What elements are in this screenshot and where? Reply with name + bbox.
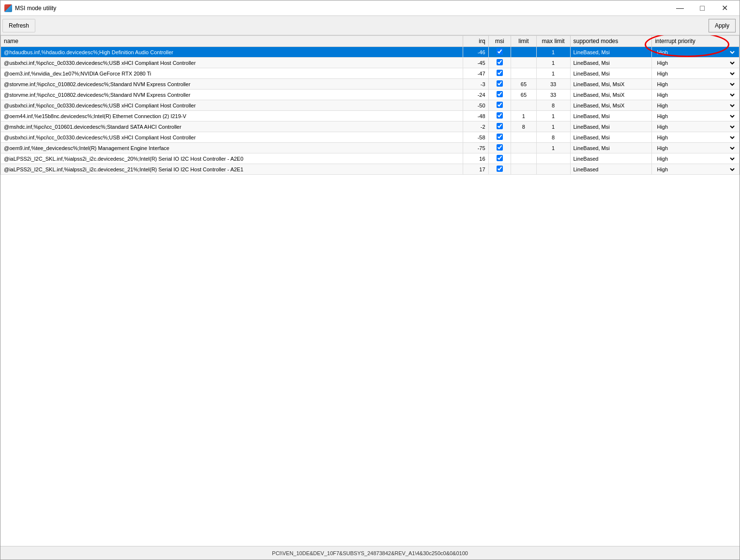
table-row[interactable]: @usbxhci.inf,%pci\cc_0c0330.devicedesc%;… [1, 100, 740, 111]
msi-checkbox[interactable] [497, 91, 503, 97]
msi-checkbox[interactable] [497, 134, 503, 140]
priority-select[interactable]: NormalHighUndefined [655, 91, 736, 98]
cell-msi[interactable] [488, 79, 511, 90]
cell-limit [511, 164, 536, 175]
cell-irq: -24 [463, 90, 488, 100]
table-row[interactable]: @storvme.inf,%pci\cc_010802.devicedesc%;… [1, 90, 740, 100]
minimize-button[interactable]: — [669, 0, 691, 16]
cell-limit [511, 132, 536, 143]
cell-interrupt-priority[interactable]: NormalHighUndefined [652, 100, 740, 111]
msi-checkbox[interactable] [497, 112, 503, 119]
table-row[interactable]: @hdaudbus.inf,%hdaudio.devicedesc%;High … [1, 47, 740, 58]
msi-checkbox[interactable] [497, 102, 503, 108]
table-row[interactable]: @storvme.inf,%pci\cc_010802.devicedesc%;… [1, 79, 740, 90]
priority-select[interactable]: NormalHighUndefined [655, 123, 736, 130]
priority-select[interactable]: NormalHighUndefined [655, 134, 736, 141]
msi-checkbox[interactable] [497, 48, 503, 55]
priority-select[interactable]: NormalHighUndefined [655, 155, 736, 162]
cell-msi[interactable] [488, 68, 511, 79]
msi-checkbox[interactable] [497, 123, 503, 129]
cell-msi[interactable] [488, 111, 511, 121]
close-button[interactable]: ✕ [713, 0, 736, 16]
cell-msi[interactable] [488, 132, 511, 143]
cell-supported-modes: LineBased, Msi [570, 132, 652, 143]
cell-limit [511, 100, 536, 111]
priority-select[interactable]: NormalHighUndefined [655, 166, 736, 173]
cell-name: @storvme.inf,%pci\cc_010802.devicedesc%;… [1, 90, 463, 100]
msi-checkbox[interactable] [497, 59, 503, 65]
maximize-button[interactable]: □ [691, 0, 713, 16]
cell-interrupt-priority[interactable]: NormalHighUndefined [652, 153, 740, 164]
col-header-interrupt-priority[interactable]: interrupt priority [652, 36, 740, 47]
cell-name: @hdaudbus.inf,%hdaudio.devicedesc%;High … [1, 47, 463, 58]
cell-interrupt-priority[interactable]: NormalHighUndefined [652, 132, 740, 143]
col-header-msi[interactable]: msi [488, 36, 511, 47]
table-row[interactable]: @iaLPSS2i_I2C_SKL.inf,%ialpss2i_i2c.devi… [1, 153, 740, 164]
msi-checkbox[interactable] [497, 144, 503, 151]
col-header-name[interactable]: name [1, 36, 463, 47]
col-header-max-limit[interactable]: max limit [536, 36, 570, 47]
cell-msi[interactable] [488, 100, 511, 111]
priority-select[interactable]: NormalHighUndefined [655, 145, 736, 151]
cell-msi[interactable] [488, 143, 511, 153]
col-header-limit[interactable]: limit [511, 36, 536, 47]
table-row[interactable]: @oem9.inf,%tee_devicedesc%;Intel(R) Mana… [1, 143, 740, 153]
cell-irq: -50 [463, 100, 488, 111]
cell-limit [511, 143, 536, 153]
priority-select[interactable]: NormalHighUndefined [655, 81, 736, 88]
cell-interrupt-priority[interactable]: NormalHighUndefined [652, 111, 740, 121]
msi-checkbox[interactable] [497, 80, 503, 87]
apply-button[interactable]: Apply [709, 19, 736, 32]
cell-msi[interactable] [488, 90, 511, 100]
cell-supported-modes: LineBased, Msi, MsiX [570, 90, 652, 100]
cell-interrupt-priority[interactable]: NormalHighUndefined [652, 90, 740, 100]
table-row[interactable]: @mshdc.inf,%pci\cc_010601.devicedesc%;St… [1, 121, 740, 132]
priority-select[interactable]: NormalHighUndefined [655, 60, 736, 66]
cell-max-limit: 8 [536, 132, 570, 143]
col-header-irq[interactable]: irq [463, 36, 488, 47]
cell-msi[interactable] [488, 121, 511, 132]
refresh-button[interactable]: Refresh [2, 19, 35, 32]
cell-interrupt-priority[interactable]: NormalHighUndefined [652, 58, 740, 68]
cell-msi[interactable] [488, 164, 511, 175]
cell-interrupt-priority[interactable]: NormalHighUndefined [652, 164, 740, 175]
cell-name: @oem3.inf,%nvidia_dev.1e07%;NVIDIA GeFor… [1, 68, 463, 79]
cell-irq: -46 [463, 47, 488, 58]
toolbar: Refresh Apply [0, 16, 740, 35]
msi-checkbox[interactable] [497, 155, 503, 161]
cell-name: @oem44.inf,%e15b8nc.devicedesc%;Intel(R)… [1, 111, 463, 121]
priority-select[interactable]: NormalHighUndefined [655, 70, 736, 77]
cell-limit: 1 [511, 111, 536, 121]
table-row[interactable]: @oem3.inf,%nvidia_dev.1e07%;NVIDIA GeFor… [1, 68, 740, 79]
table-row[interactable]: @usbxhci.inf,%pci\cc_0c0330.devicedesc%;… [1, 58, 740, 68]
cell-irq: -3 [463, 79, 488, 90]
cell-interrupt-priority[interactable]: NormalHighUndefined [652, 47, 740, 58]
device-table-container[interactable]: name irq msi limit max limit supported m… [0, 35, 740, 546]
cell-max-limit [536, 164, 570, 175]
cell-supported-modes: LineBased, Msi [570, 121, 652, 132]
cell-interrupt-priority[interactable]: NormalHighUndefined [652, 121, 740, 132]
cell-interrupt-priority[interactable]: NormalHighUndefined [652, 79, 740, 90]
cell-interrupt-priority[interactable]: NormalHighUndefined [652, 68, 740, 79]
cell-max-limit: 1 [536, 121, 570, 132]
table-row[interactable]: @usbxhci.inf,%pci\cc_0c0330.devicedesc%;… [1, 132, 740, 143]
cell-msi[interactable] [488, 47, 511, 58]
cell-msi[interactable] [488, 58, 511, 68]
priority-select[interactable]: NormalHighUndefined [655, 102, 736, 109]
table-row[interactable]: @iaLPSS2i_I2C_SKL.inf,%ialpss2i_i2c.devi… [1, 164, 740, 175]
cell-max-limit: 1 [536, 47, 570, 58]
status-bar: PCI\VEN_10DE&DEV_10F7&SUBSYS_24873842&RE… [0, 546, 740, 560]
table-body: @hdaudbus.inf,%hdaudio.devicedesc%;High … [1, 47, 740, 175]
priority-select[interactable]: NormalHighUndefined [655, 49, 736, 56]
cell-max-limit [536, 153, 570, 164]
col-header-supported-modes[interactable]: supported modes [570, 36, 652, 47]
cell-irq: -75 [463, 143, 488, 153]
cell-msi[interactable] [488, 153, 511, 164]
table-row[interactable]: @oem44.inf,%e15b8nc.devicedesc%;Intel(R)… [1, 111, 740, 121]
cell-name: @usbxhci.inf,%pci\cc_0c0330.devicedesc%;… [1, 58, 463, 68]
msi-checkbox[interactable] [497, 70, 503, 76]
priority-select[interactable]: NormalHighUndefined [655, 113, 736, 120]
table-header-row: name irq msi limit max limit supported m… [1, 36, 740, 47]
cell-interrupt-priority[interactable]: NormalHighUndefined [652, 143, 740, 153]
msi-checkbox[interactable] [497, 166, 503, 172]
